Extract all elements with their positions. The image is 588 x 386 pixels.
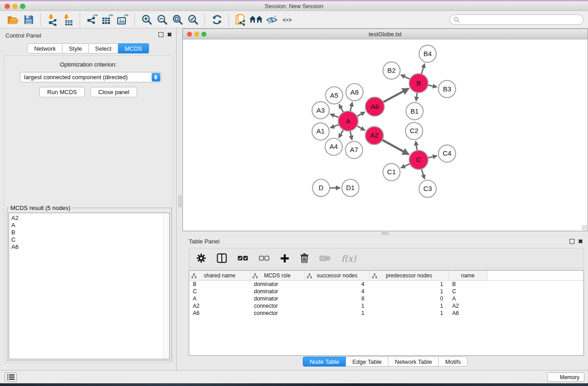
table-row[interactable]: B dominator 4 1 B bbox=[189, 281, 583, 288]
column-header-mcds-role[interactable]: MCDS role bbox=[250, 271, 305, 280]
tab-motifs[interactable]: Motifs bbox=[439, 357, 468, 367]
vertical-splitter-handle[interactable] bbox=[178, 195, 182, 207]
memory-button[interactable]: Memory bbox=[547, 372, 584, 382]
network-document-icon[interactable] bbox=[233, 13, 249, 27]
import-network-icon[interactable] bbox=[45, 13, 60, 27]
list-icon bbox=[7, 374, 14, 380]
graph-edge-A-A4[interactable] bbox=[339, 130, 343, 138]
graph-edge-B-B4[interactable] bbox=[421, 64, 425, 74]
graph-node-label-C4: C4 bbox=[443, 149, 451, 157]
mcds-result-list[interactable]: A2 A B C A6 bbox=[9, 213, 170, 359]
tab-edge-table[interactable]: Edge Table bbox=[346, 357, 388, 367]
tab-select[interactable]: Select bbox=[89, 43, 118, 53]
open-folder-icon[interactable] bbox=[5, 13, 21, 27]
split-columns-icon[interactable] bbox=[217, 253, 227, 263]
hide-eye-icon[interactable] bbox=[264, 13, 279, 27]
float-panel-icon[interactable] bbox=[158, 32, 163, 37]
table-row[interactable]: A dominator 8 0 A bbox=[189, 295, 583, 302]
close-button[interactable] bbox=[5, 4, 10, 9]
graph-edge-C-C2[interactable] bbox=[416, 141, 417, 150]
graph-edge-B-B1[interactable] bbox=[416, 93, 417, 101]
select-all-checkbox-icon[interactable] bbox=[238, 256, 248, 261]
close-panel-icon[interactable]: ✖ bbox=[578, 238, 583, 244]
column-header-predecessor-nodes[interactable]: predecessor nodes bbox=[370, 271, 449, 280]
export-image-icon[interactable] bbox=[115, 13, 130, 27]
graph-edge-A-A3[interactable] bbox=[330, 114, 339, 118]
list-item[interactable]: A6 bbox=[11, 243, 169, 251]
close-button[interactable] bbox=[187, 32, 192, 37]
graph-edge-A-A1[interactable] bbox=[330, 124, 339, 128]
deselect-checkbox-icon[interactable] bbox=[259, 256, 269, 261]
import-table-icon[interactable] bbox=[60, 13, 76, 27]
column-header-shared-name[interactable]: shared name bbox=[189, 271, 250, 280]
graph-edge-A2-C[interactable] bbox=[382, 140, 408, 154]
graph-edge-C-C1[interactable] bbox=[401, 164, 410, 168]
graph-node-label-A8: A8 bbox=[350, 88, 359, 96]
graph-edge-A-A6[interactable] bbox=[357, 112, 365, 117]
list-item[interactable]: A2 bbox=[11, 214, 169, 222]
zoom-button[interactable] bbox=[201, 32, 206, 37]
criterion-select[interactable]: largest connected component (directed) bbox=[20, 72, 161, 82]
list-item[interactable]: A bbox=[11, 222, 169, 229]
list-item[interactable]: B bbox=[11, 229, 169, 236]
graph-edge-A6-B[interactable] bbox=[383, 89, 408, 102]
zoom-selected-icon[interactable] bbox=[185, 13, 201, 27]
tab-network-table[interactable]: Network Table bbox=[388, 357, 439, 367]
zoom-fit-icon[interactable] bbox=[170, 13, 185, 27]
export-table-icon[interactable] bbox=[100, 13, 115, 27]
main-titlebar[interactable]: Session: New Session bbox=[0, 1, 588, 11]
export-network-icon[interactable] bbox=[84, 13, 100, 27]
graph-edge-B-B2[interactable] bbox=[401, 75, 410, 79]
delete-table-icon[interactable] bbox=[320, 255, 330, 262]
zoom-out-icon[interactable] bbox=[154, 13, 170, 27]
table-row[interactable]: C dominator 4 1 C bbox=[189, 288, 583, 295]
gear-icon[interactable] bbox=[196, 253, 206, 263]
add-column-icon[interactable] bbox=[280, 254, 289, 263]
column-header-name[interactable]: name bbox=[449, 271, 488, 280]
delete-icon[interactable] bbox=[300, 253, 309, 263]
zoom-in-icon[interactable] bbox=[139, 13, 154, 27]
graph-edge-C-C4[interactable] bbox=[428, 156, 437, 157]
graph-edge-A-A8[interactable] bbox=[350, 102, 352, 111]
network-window-title: testGlobe.txt bbox=[183, 29, 588, 39]
graph-node-label-C2: C2 bbox=[410, 127, 418, 135]
minimize-button[interactable] bbox=[194, 32, 199, 37]
run-mcds-button[interactable]: Run MCDS bbox=[39, 87, 85, 97]
graph-node-label-A6: A6 bbox=[371, 103, 379, 110]
close-panel-icon[interactable]: ✖ bbox=[167, 32, 172, 38]
refresh-icon[interactable] bbox=[209, 13, 225, 27]
function-icon[interactable]: f(x) bbox=[341, 253, 356, 263]
tab-mcds[interactable]: MCDS bbox=[118, 43, 148, 53]
float-panel-icon[interactable] bbox=[569, 239, 574, 244]
table-row[interactable]: A2 connector 1 1 A2 bbox=[189, 302, 583, 310]
save-icon[interactable] bbox=[21, 13, 36, 27]
desktop-wallpaper-strip bbox=[0, 383, 588, 386]
list-item[interactable]: C bbox=[11, 236, 169, 243]
toolbar-separator bbox=[134, 13, 135, 27]
zoom-button[interactable] bbox=[20, 4, 25, 9]
horizontal-splitter-handle[interactable] bbox=[382, 232, 389, 235]
graph-edge-A-A7[interactable] bbox=[350, 131, 352, 140]
status-bar: Memory bbox=[0, 370, 588, 383]
close-panel-button[interactable]: Close panel bbox=[91, 87, 137, 97]
column-header-successor-nodes[interactable]: successor nodes bbox=[305, 271, 370, 280]
control-panel-header: Control Panel ✖ bbox=[0, 29, 176, 42]
task-list-button[interactable] bbox=[5, 372, 17, 382]
table-row[interactable]: A6 connector 1 1 A6 bbox=[189, 310, 583, 317]
tab-network[interactable]: Network bbox=[27, 43, 62, 53]
graph-edge-B-B3[interactable] bbox=[428, 85, 437, 87]
network-window-titlebar[interactable]: testGlobe.txt bbox=[183, 29, 588, 39]
houses-icon[interactable] bbox=[249, 13, 264, 27]
tab-style[interactable]: Style bbox=[62, 43, 89, 53]
graph-edge-C-C3[interactable] bbox=[421, 169, 425, 179]
resize-grip[interactable] bbox=[582, 225, 587, 230]
minimize-button[interactable] bbox=[12, 4, 18, 9]
tab-node-table[interactable]: Node Table bbox=[303, 357, 346, 367]
mcds-result-title: MCDS result (5 nodes) bbox=[9, 205, 72, 211]
search-input[interactable] bbox=[449, 14, 583, 25]
scrollbar[interactable] bbox=[163, 213, 169, 359]
eye-icon[interactable] bbox=[279, 13, 295, 27]
network-canvas[interactable]: B4B2BB3A8A5A6A3B1AC2A1A2A4A7C4CC1DD1C3 bbox=[183, 39, 588, 231]
graph-edge-A-A5[interactable] bbox=[339, 105, 343, 112]
graph-edge-A-A2[interactable] bbox=[357, 126, 365, 130]
